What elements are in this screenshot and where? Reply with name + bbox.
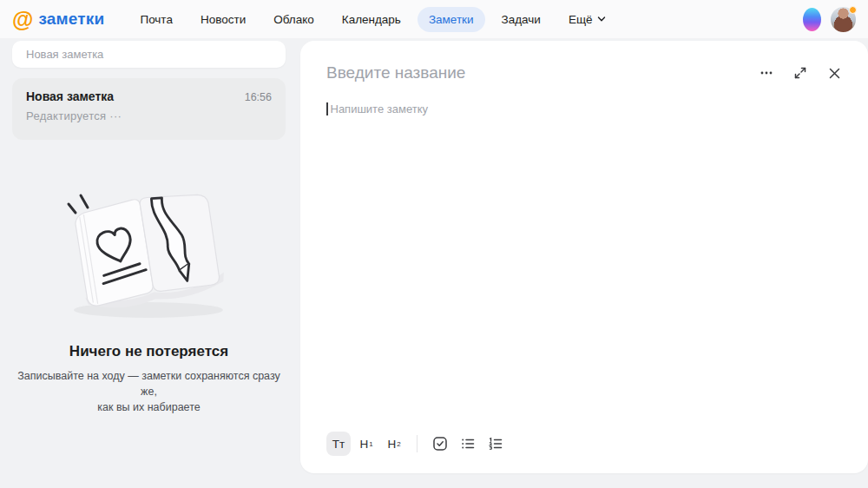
notes-sidebar: Новая заметка 16:56 Редактируется ··· [0, 38, 300, 488]
bullet-list-icon[interactable] [456, 432, 480, 456]
toolbar-divider [417, 435, 418, 452]
formatting-toolbar: Тт H1 H2 [326, 432, 842, 456]
heading-1-button[interactable]: H1 [354, 432, 378, 456]
text-style-button[interactable]: Тт [326, 432, 351, 456]
user-avatar[interactable] [831, 7, 856, 32]
empty-state-title: Ничего не потеряется [12, 343, 286, 360]
sidebar-empty-state: Ничего не потеряется Записывайте на ходу… [12, 178, 286, 415]
note-body-input[interactable]: Напишите заметку [326, 102, 842, 432]
note-title-input[interactable]: Введите название [326, 63, 759, 82]
new-note-input[interactable] [12, 41, 286, 68]
nav-item-more[interactable]: Ещё [557, 7, 617, 32]
more-options-icon[interactable] [759, 65, 774, 81]
notebook-with-heart-illustration [37, 178, 261, 324]
note-status: Редактируется ··· [26, 109, 272, 122]
note-list-item[interactable]: Новая заметка 16:56 Редактируется ··· [12, 78, 286, 140]
assistant-orb-icon[interactable] [803, 8, 821, 31]
chevron-down-icon [597, 15, 606, 23]
nav-item-calendar[interactable]: Календарь [331, 7, 412, 32]
nav-item-tasks[interactable]: Задачи [490, 7, 552, 32]
content-area: Новая заметка 16:56 Редактируется ··· [0, 38, 868, 488]
note-editor-panel: Введите название [300, 41, 868, 473]
mailru-at-icon: @ [12, 9, 33, 30]
nav-item-notes[interactable]: Заметки [418, 7, 485, 32]
nav-item-news[interactable]: Новости [189, 7, 257, 32]
nav-item-cloud[interactable]: Облако [262, 7, 326, 32]
empty-state-subtitle: Записывайте на ходу — заметки сохраняютс… [12, 368, 286, 415]
top-navigation-bar: @ заметки Почта Новости Облако Календарь… [0, 0, 868, 38]
note-title: Новая заметка [26, 89, 114, 103]
nav-item-mail[interactable]: Почта [128, 7, 184, 32]
mailru-notes-logo[interactable]: @ заметки [12, 9, 104, 30]
note-timestamp: 16:56 [245, 91, 272, 103]
text-caret [326, 102, 328, 115]
topbar-right-cluster [803, 7, 856, 32]
numbered-list-icon[interactable] [483, 432, 508, 456]
heading-2-button[interactable]: H2 [382, 432, 406, 456]
close-icon[interactable] [826, 65, 842, 81]
main-nav: Почта Новости Облако Календарь Заметки З… [128, 7, 616, 32]
expand-icon[interactable] [792, 65, 808, 81]
logo-brand-text: заметки [38, 10, 104, 29]
notification-dot [849, 6, 857, 14]
editor-actions [759, 65, 842, 81]
checkbox-icon[interactable] [428, 432, 452, 456]
